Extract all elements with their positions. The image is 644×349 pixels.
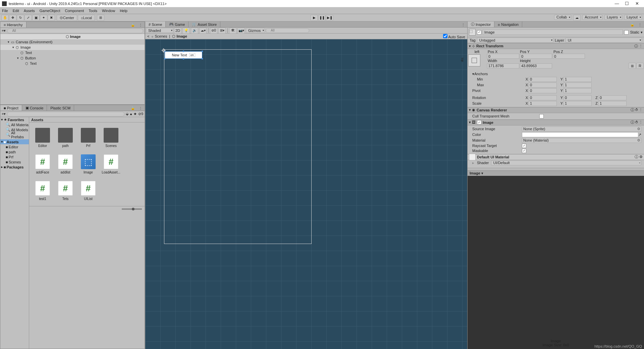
assets-folder[interactable]: ▾■Assets xyxy=(0,139,29,144)
layout-dropdown[interactable]: Layout xyxy=(624,15,642,20)
source-image-field[interactable]: None (Sprite) xyxy=(522,127,641,132)
canvas-renderer-header[interactable]: ▾ ◉ Canvas Rendererⓘ ⥀ ⋮ xyxy=(468,107,644,113)
anchor-min-x[interactable] xyxy=(529,77,557,82)
shader-dropdown[interactable]: UI/Default xyxy=(491,160,641,165)
zoom-slider[interactable] xyxy=(122,208,142,210)
hierarchy-item[interactable]: ⬡Text xyxy=(0,61,145,66)
maximize-button[interactable]: ☐ xyxy=(622,1,632,6)
project-search[interactable] xyxy=(7,112,124,116)
hierarchy-lock-icon[interactable]: 🔒 xyxy=(129,22,137,28)
minimize-button[interactable]: — xyxy=(612,1,622,6)
space-toggle[interactable]: ⌂Local xyxy=(78,15,95,21)
maskable-checkbox[interactable] xyxy=(522,149,526,153)
preview-tab[interactable]: Image ▾ xyxy=(470,171,483,176)
close-button[interactable]: ✕ xyxy=(632,1,642,6)
tab-project[interactable]: ■ Project xyxy=(0,105,22,111)
menu-window[interactable]: Window xyxy=(102,9,115,13)
asset-item[interactable]: #addlist xyxy=(57,154,73,174)
raw-edit-button[interactable]: R xyxy=(636,63,644,69)
posy-input[interactable] xyxy=(520,54,552,59)
tools-icon[interactable]: 🛠 xyxy=(229,28,236,34)
asset-item[interactable]: Editor xyxy=(35,128,51,148)
breadcrumb-scenes[interactable]: ⬦ Scenes xyxy=(151,34,167,38)
hierarchy-item[interactable]: ▾⬡Image xyxy=(0,45,145,50)
asset-item[interactable]: #UIList xyxy=(80,181,96,201)
create-dropdown[interactable]: +▾ xyxy=(2,29,6,33)
rot-x[interactable] xyxy=(529,95,557,100)
asset-item[interactable]: #test1 xyxy=(35,181,51,201)
anchor-min-y[interactable] xyxy=(564,77,592,82)
color-field[interactable] xyxy=(522,132,638,137)
width-input[interactable] xyxy=(487,63,519,68)
hand-tool[interactable]: ✋ xyxy=(1,15,9,21)
tree-item[interactable]: ■Prf xyxy=(0,154,29,159)
favorites-folder[interactable]: ▾★Favorites xyxy=(0,117,29,122)
tab-scene[interactable]: # Scene xyxy=(145,21,166,27)
tree-item[interactable]: ■Scenes xyxy=(0,159,29,164)
image-enabled-checkbox[interactable] xyxy=(477,120,481,124)
autosave-toggle[interactable]: Auto Save xyxy=(443,34,465,39)
menu-edit[interactable]: Edit xyxy=(13,9,19,13)
lighting-icon[interactable]: 💡 xyxy=(182,28,190,34)
shading-dropdown[interactable]: Shaded xyxy=(146,28,173,33)
packages-folder[interactable]: ▸■Packages xyxy=(0,164,29,169)
menu-assets[interactable]: Assets xyxy=(24,9,35,13)
project-menu-icon[interactable]: ⋮ xyxy=(137,105,144,111)
default-material-header[interactable]: Default UI Materialⓘ ⚙ xyxy=(468,154,644,160)
breadcrumb-image[interactable]: ⬡ Image xyxy=(172,34,187,39)
hierarchy-item[interactable]: ▾▭Canvas (Environment) xyxy=(0,39,145,45)
project-create[interactable]: +▾ xyxy=(2,112,6,116)
scale-y[interactable] xyxy=(564,101,592,106)
camera-icon[interactable]: 📷▾ xyxy=(237,28,245,34)
tag-dropdown[interactable]: Untagged xyxy=(477,38,553,43)
asset-item[interactable]: Prf xyxy=(80,128,96,148)
selected-object[interactable]: New Text on xyxy=(165,51,202,59)
posx-input[interactable] xyxy=(487,54,519,59)
breadcrumb-back-icon[interactable]: < xyxy=(147,34,149,38)
hierarchy-item[interactable]: ⬡Text xyxy=(0,50,145,55)
posz-input[interactable] xyxy=(553,54,585,59)
favorite-icon[interactable]: ★ xyxy=(133,112,137,116)
account-dropdown[interactable]: Account xyxy=(582,15,602,20)
prefab-header[interactable]: ⬡ Image xyxy=(0,34,145,39)
tab-inspector[interactable]: ⓘ Inspector xyxy=(468,21,494,27)
audio-icon[interactable]: 🔊 xyxy=(191,28,198,34)
custom-tool[interactable]: ✖ xyxy=(48,15,55,21)
fx-icon[interactable]: ☁▾ xyxy=(199,28,207,34)
scale-x[interactable] xyxy=(529,101,557,106)
menu-help[interactable]: Help xyxy=(120,9,127,13)
pivot-toggle[interactable]: ◎Center xyxy=(57,15,77,21)
snap-button[interactable]: ⊞ xyxy=(97,15,104,21)
tree-item[interactable]: ■path xyxy=(0,149,29,154)
inspector-menu-icon[interactable]: ⋮ xyxy=(636,21,644,28)
cull-checkbox[interactable] xyxy=(539,114,544,118)
move-gizmo-icon[interactable]: ✥ xyxy=(161,47,166,54)
asset-item[interactable]: ⬚Image xyxy=(80,154,96,174)
scene-view[interactable]: New Text on ✥ xyxy=(145,39,467,349)
tab-game[interactable]: 🎮 Game xyxy=(166,21,189,27)
project-lock-icon[interactable]: 🔒 xyxy=(129,105,137,111)
hidden-icon[interactable]: ⊘0 xyxy=(210,28,217,34)
tab-assetstore[interactable]: 🛒 Asset Store xyxy=(189,21,220,27)
tab-navigation[interactable]: ⍟ Navigation xyxy=(494,21,522,27)
asset-item[interactable]: Scenes xyxy=(103,128,119,148)
pivot-x[interactable] xyxy=(529,88,557,93)
scale-z[interactable] xyxy=(598,101,627,106)
tree-item[interactable]: 🔍All Materia xyxy=(0,122,29,127)
anchor-max-y[interactable] xyxy=(564,83,592,88)
tree-item[interactable]: ■Editor xyxy=(0,144,29,149)
image-component-header[interactable]: ▾ 🖼 Imageⓘ ⥀ ⋮ xyxy=(468,119,644,126)
rot-y[interactable] xyxy=(564,95,592,100)
layers-dropdown[interactable]: Layers xyxy=(604,15,622,20)
search-label-icon[interactable]: ● xyxy=(130,112,132,116)
play-button[interactable]: ▶ xyxy=(311,15,318,21)
rect-transform-header[interactable]: ▾ ⊹ Rect Transformⓘ ⋮ xyxy=(468,43,644,49)
menu-gameobject[interactable]: GameObject xyxy=(40,9,60,13)
gameobject-name-input[interactable] xyxy=(483,30,623,35)
material-field[interactable]: None (Material) xyxy=(522,138,641,143)
2d-toggle[interactable]: 2D xyxy=(174,28,181,34)
height-input[interactable] xyxy=(520,63,552,68)
scene-menu-icon[interactable]: ⋮ xyxy=(460,21,467,28)
hierarchy-item[interactable]: ▾⬡Button xyxy=(0,55,145,61)
cloud-button[interactable]: ☁ xyxy=(573,15,581,21)
